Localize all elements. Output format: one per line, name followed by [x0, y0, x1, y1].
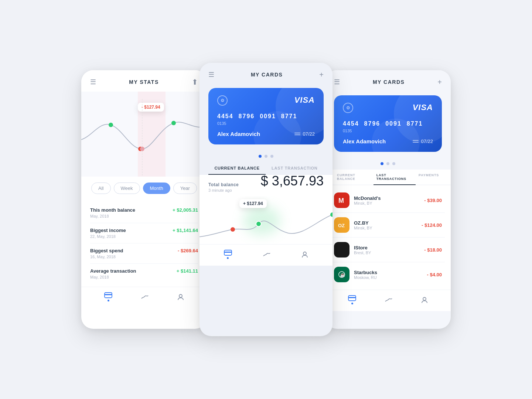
svg-point-20	[423, 297, 426, 300]
filter-all[interactable]: All	[91, 183, 110, 194]
stats-spend-sublabel: 16, May, 2018	[90, 255, 123, 259]
dot-r3[interactable]	[392, 162, 395, 165]
starbucks-logo: ☕	[334, 267, 349, 282]
card-number-right: 4454 8796 0091 8771	[343, 120, 433, 127]
nav-chart-icon-center[interactable]	[263, 252, 271, 258]
dot-r2[interactable]	[386, 162, 389, 165]
mcdonalds-logo: M	[334, 192, 349, 208]
filter-year[interactable]: Year	[173, 183, 197, 194]
stats-title: MY STATS	[129, 79, 158, 85]
dot-2[interactable]	[265, 155, 267, 158]
dot-3[interactable]	[270, 155, 273, 158]
istore-name: IStore	[354, 245, 420, 250]
tab-last-transactions[interactable]: LAST TRANSACTIONS	[374, 170, 416, 185]
cards-center-title: MY CARDS	[251, 72, 283, 78]
svg-rect-6	[105, 294, 112, 295]
card-sub-right: 0135	[343, 129, 433, 133]
starbucks-name: Starbucks	[354, 270, 423, 275]
card-wrapper: ⚙ VISA 4454 8796 0091 8771 0135 Alex Ada…	[208, 88, 324, 144]
cards-right-title: MY CARDS	[373, 79, 405, 85]
stats-spend-value: - $269.64	[178, 248, 198, 253]
card-sub-number: 0135	[217, 121, 315, 126]
visa-card-center[interactable]: ⚙ VISA 4454 8796 0091 8771 0135 Alex Ada…	[208, 88, 324, 144]
dot-r1[interactable]	[381, 162, 383, 165]
card-expiry-center: 07/22	[303, 131, 315, 137]
nav-person-icon-center[interactable]	[301, 251, 308, 258]
nav-card-icon-center[interactable]	[224, 250, 232, 259]
transaction-tabs: CURRENT BALANCE LAST TRANSACTIONS PAYMEN…	[325, 170, 451, 185]
istore-info: IStore Brest, BY	[354, 245, 420, 255]
cards-center-phone: ☰ MY CARDS + ⚙ VISA 4454 8796 0091 8771	[200, 63, 332, 336]
filter-week[interactable]: Week	[114, 183, 140, 194]
nav-chart-icon-right[interactable]	[385, 297, 393, 303]
svg-point-7	[179, 294, 182, 297]
menu-icon-right[interactable]: ☰	[334, 79, 340, 85]
tab-current-balance-right[interactable]: CURRENT BALANCE	[334, 170, 374, 185]
mcdonalds-location: Minsk, BY	[354, 201, 420, 205]
oz-name: OZ.BY	[354, 220, 417, 226]
stats-item-spend: Biggest spend 16, May, 2018 - $269.64	[90, 243, 198, 264]
card-gear-icon-right[interactable]: ⚙	[343, 103, 353, 113]
stats-balance-value: + $2,005.31	[173, 207, 198, 213]
nav-person-icon[interactable]	[177, 294, 184, 300]
stats-income-sublabel: 22, May, 2018	[90, 234, 126, 239]
tab-current-balance[interactable]: CURRENT BALANCE	[208, 162, 266, 175]
cards-right-bottom-nav	[325, 290, 451, 311]
filter-row: All Week Month Year	[81, 177, 207, 200]
stats-income-label: Biggest income	[90, 228, 126, 233]
starbucks-amount: - $4.00	[427, 272, 442, 277]
oz-info: OZ.BY Minsk, BY	[354, 220, 417, 230]
stats-chart: - $127.94	[81, 92, 207, 177]
transaction-istore: IStore Brest, BY - $18.00	[331, 238, 445, 262]
card-number-center: 4454 8796 0091 8771	[217, 113, 315, 120]
svg-point-2	[171, 121, 176, 125]
visa-card-right[interactable]: ⚙ VISA 4454 8796 0091 8771 0135 Alex Ada…	[334, 95, 442, 152]
starbucks-location: Moskow, RU	[354, 275, 423, 280]
stats-balance-sublabel: May, 2018	[90, 214, 135, 218]
card-holder-right: Alex Adamovich	[343, 138, 386, 144]
tab-last-transaction[interactable]: LAST TRANSACTION	[266, 162, 324, 175]
stats-item-avg: Average transaction May, 2018 + $141.11	[90, 264, 198, 284]
balance-amount: $ 3,657.93	[261, 173, 324, 189]
svg-point-4	[140, 147, 144, 151]
svg-point-13	[303, 252, 306, 255]
nav-card-icon[interactable]	[104, 292, 112, 301]
card-expiry-right: 07/22	[421, 139, 433, 144]
card-gear-icon[interactable]: ⚙	[217, 95, 228, 106]
add-icon-right[interactable]: +	[437, 78, 442, 86]
svg-text:OZ: OZ	[338, 223, 345, 228]
add-icon-center[interactable]: +	[319, 71, 324, 78]
card-pagination-center	[200, 150, 332, 162]
svg-point-9	[256, 221, 261, 226]
istore-logo	[334, 242, 349, 258]
nav-chart-icon[interactable]	[141, 294, 149, 300]
stats-avg-sublabel: May, 2018	[90, 275, 136, 279]
oz-logo: OZ	[334, 217, 349, 233]
svg-point-8	[231, 227, 235, 232]
nav-card-icon-right[interactable]	[348, 295, 356, 304]
menu-icon[interactable]: ☰	[90, 79, 96, 85]
dot-1[interactable]	[259, 155, 262, 158]
svg-text:M: M	[338, 197, 344, 204]
share-icon[interactable]: ⬆	[192, 78, 198, 86]
svg-point-0	[109, 123, 113, 127]
stats-header: ☰ MY STATS ⬆	[81, 70, 207, 92]
card-pagination-right	[325, 158, 451, 170]
card-section-right: ⚙ VISA 4454 8796 0091 8771 0135 Alex Ada…	[325, 92, 451, 158]
stats-balance-label: This month balance	[90, 207, 135, 213]
oz-amount: - $124.00	[422, 222, 442, 228]
mcdonalds-name: McDonald's	[354, 195, 420, 201]
balance-chart: + $127.94	[200, 196, 332, 244]
tab-payments[interactable]: PAYMENTS	[416, 170, 442, 185]
stats-item-income: Biggest income 22, May, 2018 + $1,141.64	[90, 223, 198, 243]
filter-month[interactable]: Month	[143, 183, 170, 194]
menu-icon-center[interactable]: ☰	[208, 71, 214, 78]
istore-amount: - $18.00	[424, 247, 442, 253]
stats-phone: ☰ MY STATS ⬆ - $127.94	[81, 70, 207, 329]
transaction-list: M McDonald's Minsk, BY - $39.00 OZ OZ.BY…	[325, 185, 451, 290]
nav-person-icon-right[interactable]	[421, 297, 428, 303]
card-holder-center: Alex Adamovich	[217, 131, 260, 137]
balance-label: Total balance	[208, 182, 239, 187]
istore-location: Brest, BY	[354, 250, 420, 255]
card-section-center: ⚙ VISA 4454 8796 0091 8771 0135 Alex Ada…	[200, 84, 332, 150]
